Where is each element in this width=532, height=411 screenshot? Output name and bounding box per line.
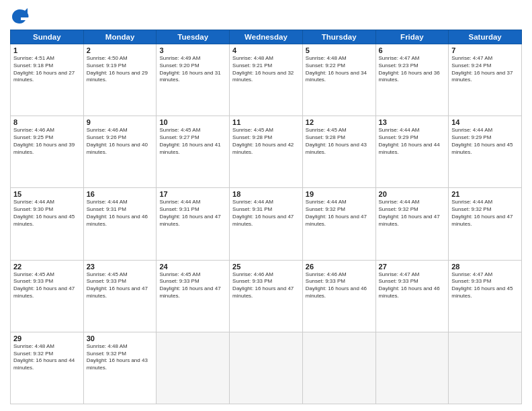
table-row: 23Sunrise: 4:45 AM Sunset: 9:33 PM Dayli… (83, 260, 157, 332)
col-tuesday: Tuesday (157, 30, 230, 44)
day-number: 28 (451, 263, 519, 271)
table-row (230, 332, 303, 404)
table-row (449, 332, 522, 404)
table-row: 28Sunrise: 4:47 AM Sunset: 9:33 PM Dayli… (449, 260, 522, 332)
cell-daylight-info: Sunrise: 4:50 AM Sunset: 9:19 PM Dayligh… (87, 55, 154, 84)
calendar-table: Sunday Monday Tuesday Wednesday Thursday… (10, 30, 522, 404)
table-row: 26Sunrise: 4:46 AM Sunset: 9:33 PM Dayli… (302, 260, 375, 332)
header (10, 7, 522, 26)
table-row (375, 332, 449, 404)
cell-daylight-info: Sunrise: 4:46 AM Sunset: 9:26 PM Dayligh… (87, 127, 154, 156)
table-row: 16Sunrise: 4:44 AM Sunset: 9:31 PM Dayli… (83, 188, 157, 260)
calendar-week-row: 29Sunrise: 4:48 AM Sunset: 9:32 PM Dayli… (11, 332, 522, 404)
day-number: 4 (232, 46, 300, 54)
day-number: 23 (87, 263, 154, 271)
table-row: 20Sunrise: 4:44 AM Sunset: 9:32 PM Dayli… (375, 188, 449, 260)
day-number: 1 (13, 46, 81, 54)
cell-daylight-info: Sunrise: 4:47 AM Sunset: 9:24 PM Dayligh… (451, 55, 519, 84)
day-number: 2 (87, 46, 154, 54)
cell-daylight-info: Sunrise: 4:45 AM Sunset: 9:27 PM Dayligh… (159, 127, 226, 156)
cell-daylight-info: Sunrise: 4:44 AM Sunset: 9:29 PM Dayligh… (379, 127, 446, 156)
calendar-week-row: 1Sunrise: 4:51 AM Sunset: 9:18 PM Daylig… (11, 44, 522, 116)
table-row: 18Sunrise: 4:44 AM Sunset: 9:31 PM Dayli… (230, 188, 303, 260)
table-row: 17Sunrise: 4:44 AM Sunset: 9:31 PM Dayli… (157, 188, 230, 260)
table-row: 6Sunrise: 4:47 AM Sunset: 9:23 PM Daylig… (375, 44, 449, 116)
cell-daylight-info: Sunrise: 4:44 AM Sunset: 9:32 PM Dayligh… (451, 199, 519, 228)
day-number: 9 (87, 118, 154, 126)
table-row: 12Sunrise: 4:45 AM Sunset: 9:28 PM Dayli… (302, 116, 375, 188)
cell-daylight-info: Sunrise: 4:48 AM Sunset: 9:32 PM Dayligh… (13, 343, 81, 372)
cell-daylight-info: Sunrise: 4:44 AM Sunset: 9:31 PM Dayligh… (87, 199, 154, 228)
cell-daylight-info: Sunrise: 4:44 AM Sunset: 9:30 PM Dayligh… (13, 199, 81, 228)
col-thursday: Thursday (302, 30, 375, 44)
table-row: 8Sunrise: 4:46 AM Sunset: 9:25 PM Daylig… (11, 116, 84, 188)
table-row: 2Sunrise: 4:50 AM Sunset: 9:19 PM Daylig… (83, 44, 157, 116)
table-row: 4Sunrise: 4:48 AM Sunset: 9:21 PM Daylig… (230, 44, 303, 116)
cell-daylight-info: Sunrise: 4:44 AM Sunset: 9:29 PM Dayligh… (451, 127, 519, 156)
logo-icon (10, 7, 29, 26)
col-sunday: Sunday (11, 30, 84, 44)
cell-daylight-info: Sunrise: 4:47 AM Sunset: 9:33 PM Dayligh… (451, 271, 519, 300)
calendar-week-row: 22Sunrise: 4:45 AM Sunset: 9:33 PM Dayli… (11, 260, 522, 332)
day-number: 3 (159, 46, 226, 54)
table-row: 24Sunrise: 4:45 AM Sunset: 9:33 PM Dayli… (157, 260, 230, 332)
table-row: 25Sunrise: 4:46 AM Sunset: 9:33 PM Dayli… (230, 260, 303, 332)
table-row: 22Sunrise: 4:45 AM Sunset: 9:33 PM Dayli… (11, 260, 84, 332)
cell-daylight-info: Sunrise: 4:44 AM Sunset: 9:32 PM Dayligh… (379, 199, 446, 228)
day-number: 13 (379, 118, 446, 126)
calendar-header-row: Sunday Monday Tuesday Wednesday Thursday… (11, 30, 522, 44)
cell-daylight-info: Sunrise: 4:46 AM Sunset: 9:33 PM Dayligh… (306, 271, 373, 300)
day-number: 20 (379, 190, 446, 198)
day-number: 29 (13, 334, 81, 342)
cell-daylight-info: Sunrise: 4:48 AM Sunset: 9:22 PM Dayligh… (306, 55, 373, 84)
table-row: 21Sunrise: 4:44 AM Sunset: 9:32 PM Dayli… (449, 188, 522, 260)
table-row: 14Sunrise: 4:44 AM Sunset: 9:29 PM Dayli… (449, 116, 522, 188)
calendar-week-row: 15Sunrise: 4:44 AM Sunset: 9:30 PM Dayli… (11, 188, 522, 260)
cell-daylight-info: Sunrise: 4:45 AM Sunset: 9:28 PM Dayligh… (306, 127, 373, 156)
table-row: 13Sunrise: 4:44 AM Sunset: 9:29 PM Dayli… (375, 116, 449, 188)
day-number: 11 (232, 118, 300, 126)
day-number: 27 (379, 263, 446, 271)
col-monday: Monday (83, 30, 157, 44)
table-row: 10Sunrise: 4:45 AM Sunset: 9:27 PM Dayli… (157, 116, 230, 188)
cell-daylight-info: Sunrise: 4:46 AM Sunset: 9:25 PM Dayligh… (13, 127, 81, 156)
day-number: 18 (232, 190, 300, 198)
day-number: 25 (232, 263, 300, 271)
cell-daylight-info: Sunrise: 4:45 AM Sunset: 9:33 PM Dayligh… (13, 271, 81, 300)
table-row: 5Sunrise: 4:48 AM Sunset: 9:22 PM Daylig… (302, 44, 375, 116)
day-number: 17 (159, 190, 226, 198)
day-number: 14 (451, 118, 519, 126)
day-number: 6 (379, 46, 446, 54)
cell-daylight-info: Sunrise: 4:44 AM Sunset: 9:32 PM Dayligh… (306, 199, 373, 228)
cell-daylight-info: Sunrise: 4:46 AM Sunset: 9:33 PM Dayligh… (232, 271, 300, 300)
cell-daylight-info: Sunrise: 4:45 AM Sunset: 9:33 PM Dayligh… (159, 271, 226, 300)
cell-daylight-info: Sunrise: 4:48 AM Sunset: 9:32 PM Dayligh… (87, 343, 154, 372)
table-row (302, 332, 375, 404)
logo (10, 7, 32, 26)
table-row: 19Sunrise: 4:44 AM Sunset: 9:32 PM Dayli… (302, 188, 375, 260)
day-number: 19 (306, 190, 373, 198)
cell-daylight-info: Sunrise: 4:47 AM Sunset: 9:33 PM Dayligh… (379, 271, 446, 300)
day-number: 16 (87, 190, 154, 198)
day-number: 7 (451, 46, 519, 54)
col-saturday: Saturday (449, 30, 522, 44)
table-row: 15Sunrise: 4:44 AM Sunset: 9:30 PM Dayli… (11, 188, 84, 260)
day-number: 30 (87, 334, 154, 342)
cell-daylight-info: Sunrise: 4:45 AM Sunset: 9:33 PM Dayligh… (87, 271, 154, 300)
cell-daylight-info: Sunrise: 4:44 AM Sunset: 9:31 PM Dayligh… (232, 199, 300, 228)
day-number: 10 (159, 118, 226, 126)
day-number: 24 (159, 263, 226, 271)
day-number: 21 (451, 190, 519, 198)
day-number: 26 (306, 263, 373, 271)
calendar-week-row: 8Sunrise: 4:46 AM Sunset: 9:25 PM Daylig… (11, 116, 522, 188)
cell-daylight-info: Sunrise: 4:48 AM Sunset: 9:21 PM Dayligh… (232, 55, 300, 84)
page: Sunday Monday Tuesday Wednesday Thursday… (0, 0, 532, 411)
table-row: 9Sunrise: 4:46 AM Sunset: 9:26 PM Daylig… (83, 116, 157, 188)
table-row (157, 332, 230, 404)
table-row: 7Sunrise: 4:47 AM Sunset: 9:24 PM Daylig… (449, 44, 522, 116)
cell-daylight-info: Sunrise: 4:44 AM Sunset: 9:31 PM Dayligh… (159, 199, 226, 228)
day-number: 15 (13, 190, 81, 198)
cell-daylight-info: Sunrise: 4:45 AM Sunset: 9:28 PM Dayligh… (232, 127, 300, 156)
col-wednesday: Wednesday (230, 30, 303, 44)
table-row: 30Sunrise: 4:48 AM Sunset: 9:32 PM Dayli… (83, 332, 157, 404)
